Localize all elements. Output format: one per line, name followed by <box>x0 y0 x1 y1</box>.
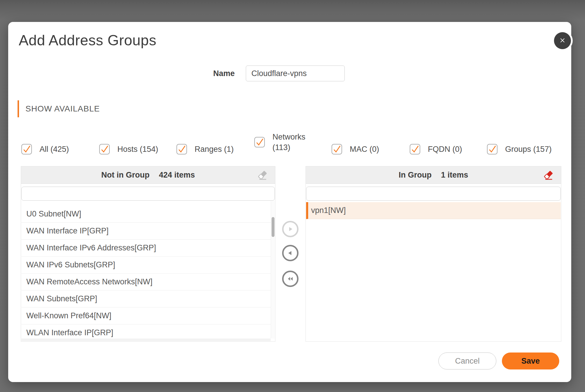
filter-label: Groups (157) <box>505 144 552 154</box>
close-icon <box>558 36 567 45</box>
arrow-left-icon <box>286 249 295 257</box>
scrollbar[interactable] <box>271 201 275 338</box>
move-all-left-button[interactable] <box>282 271 298 287</box>
list-item[interactable]: WAN Subnets[GRP] <box>21 290 271 307</box>
list-item[interactable]: WAN IPv6 Subnets[GRP] <box>21 257 271 274</box>
panel-title: Not in Group <box>101 171 150 180</box>
not-in-group-header: Not in Group 424 items <box>21 166 275 184</box>
filter-networks-113[interactable]: Networks (113) <box>254 132 313 153</box>
list-item[interactable]: vpn1[NW] <box>306 202 561 219</box>
panel-title: In Group <box>399 171 431 180</box>
filter-label: MAC (0) <box>350 144 379 154</box>
checkbox-checked-icon[interactable] <box>99 144 110 154</box>
checkbox-checked-icon[interactable] <box>410 144 420 154</box>
clear-selection-button[interactable] <box>256 169 269 182</box>
page-title: Add Address Groups <box>19 32 156 49</box>
name-row: Name <box>8 66 571 81</box>
checkbox-checked-icon[interactable] <box>176 144 187 154</box>
section-header-label: SHOW AVAILABLE <box>25 104 100 114</box>
filter-all-425[interactable]: All (425) <box>21 144 69 154</box>
horizontal-scrollbar[interactable] <box>21 338 271 341</box>
in-group-panel: In Group 1 items vpn1[NW] <box>306 166 561 342</box>
clear-selection-button[interactable] <box>542 169 555 182</box>
list-item[interactable]: WLAN Interface IP[GRP] <box>21 324 271 338</box>
checkbox-checked-icon[interactable] <box>487 144 497 154</box>
filter-label: All (425) <box>40 144 69 154</box>
move-right-button[interactable] <box>282 221 298 237</box>
arrow-right-icon <box>286 225 295 233</box>
eraser-icon <box>257 177 269 182</box>
filter-groups-157[interactable]: Groups (157) <box>487 144 552 154</box>
eraser-icon-red <box>543 177 555 182</box>
save-button[interactable]: Save <box>502 353 559 369</box>
close-button[interactable] <box>554 32 571 49</box>
filter-label: Ranges (1) <box>195 144 234 154</box>
panel-count: 424 items <box>159 171 195 180</box>
accent-bar <box>18 100 19 117</box>
filter-fqdn-0[interactable]: FQDN (0) <box>410 144 462 154</box>
double-arrow-left-icon <box>286 274 295 283</box>
filter-label: FQDN (0) <box>428 144 462 154</box>
filter-mac-0[interactable]: MAC (0) <box>332 144 379 154</box>
in-group-list: vpn1[NW] <box>306 201 561 338</box>
name-input[interactable] <box>246 66 345 81</box>
panel-count: 1 items <box>441 171 468 180</box>
list-item[interactable]: U0 Subnet[NW] <box>21 206 271 223</box>
move-left-button[interactable] <box>282 245 298 261</box>
add-address-groups-dialog: Add Address Groups Name SHOW AVAILABLE A… <box>8 22 571 382</box>
list-item[interactable]: WAN Interface IPv6 Addresses[GRP] <box>21 240 271 257</box>
name-label: Name <box>200 66 235 81</box>
section-header: SHOW AVAILABLE <box>18 100 100 117</box>
filter-label: Networks (113) <box>272 132 313 153</box>
checkbox-checked-icon[interactable] <box>254 137 265 147</box>
checkbox-checked-icon[interactable] <box>332 144 342 154</box>
not-in-group-list: U0 Subnet[NW]WAN Interface IP[GRP]WAN In… <box>21 201 271 338</box>
filter-ranges-1[interactable]: Ranges (1) <box>176 144 234 154</box>
not-in-group-panel: Not in Group 424 items U0 Subnet[NW]WAN <box>21 166 275 342</box>
filter-label: Hosts (154) <box>117 144 158 154</box>
list-item[interactable]: WAN Interface IP[GRP] <box>21 223 271 240</box>
checkbox-checked-icon[interactable] <box>21 144 32 154</box>
not-in-group-search-input[interactable] <box>21 187 275 201</box>
list-item[interactable]: Well-Known Pref64[NW] <box>21 307 271 324</box>
scrollbar-thumb[interactable] <box>272 217 275 237</box>
cancel-button[interactable]: Cancel <box>438 353 496 369</box>
filter-hosts-154[interactable]: Hosts (154) <box>99 144 158 154</box>
in-group-header: In Group 1 items <box>306 166 561 184</box>
in-group-search-input[interactable] <box>306 187 561 201</box>
list-item[interactable]: WAN RemoteAccess Networks[NW] <box>21 274 271 290</box>
